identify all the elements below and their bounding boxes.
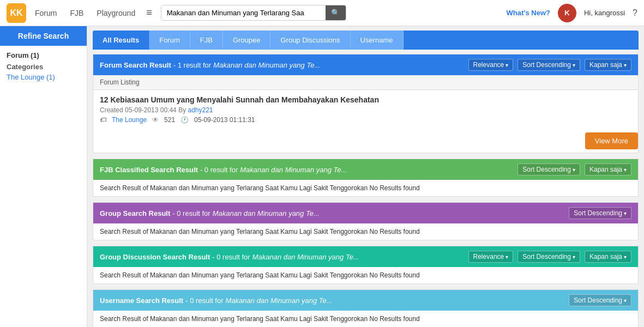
forum-result-count: - 1 result for: [173, 61, 211, 69]
created-date: 05-09-2013 00:44: [125, 106, 177, 114]
forum-sort-dropdown[interactable]: Sort Descending: [517, 59, 580, 71]
sidebar-lounge-link[interactable]: The Lounge (1): [7, 73, 55, 81]
whats-new-link[interactable]: What's New?: [507, 9, 550, 17]
forum-result-title: 12 Kebiasaan Umum yang Menyalahi Sunnah …: [100, 95, 631, 104]
views-count: 521: [164, 116, 175, 124]
forum-result-section: Forum Search Result - 1 result for Makan…: [93, 54, 639, 153]
username-no-result: Search Result of Makanan dan Minuman yan…: [93, 311, 638, 327]
logo[interactable]: KK: [7, 3, 26, 23]
tab-username[interactable]: Username: [351, 31, 404, 50]
clock-icon: 🕐: [180, 116, 189, 124]
search-input[interactable]: [161, 5, 326, 20]
username-section-controls: Sort Descending: [569, 294, 631, 306]
created-prefix: Created: [100, 106, 123, 114]
forum-section-query: Makanan dan Minuman yang Te...: [213, 61, 320, 69]
nav-fjb[interactable]: FJB: [70, 9, 83, 17]
content-area: All Results Forum FJB Groupee Group Disc…: [87, 26, 644, 327]
fjb-result-count: - 0 result for: [200, 166, 238, 174]
tag-lounge-link[interactable]: The Lounge: [112, 116, 147, 124]
group-discussion-no-result: Search Result of Makanan dan Minuman yan…: [93, 267, 638, 283]
group-section-controls: Sort Descending: [569, 207, 631, 219]
search-button[interactable]: 🔍: [326, 5, 346, 20]
forum-result-item: 12 Kebiasaan Umum yang Menyalahi Sunnah …: [93, 90, 638, 129]
fjb-section-controls: Sort Descending Kapan saja: [517, 164, 631, 175]
views-icon: 👁: [152, 116, 159, 124]
forum-section-header: Forum Search Result - 1 result for Makan…: [93, 55, 638, 75]
tab-bar: All Results Forum FJB Groupee Group Disc…: [93, 31, 639, 50]
tab-group-discussions[interactable]: Group Discussions: [270, 31, 350, 50]
sidebar-section: Forum (1) Categories The Lounge (1): [0, 46, 87, 87]
tab-groupee[interactable]: Groupee: [223, 31, 271, 50]
group-discussion-section-title: Group Discussion Search Result: [100, 253, 210, 261]
forum-listing-header: Forum Listing: [93, 75, 638, 90]
avatar[interactable]: K: [558, 4, 576, 22]
fjb-no-result: Search Result of Makanan dan Minuman yan…: [93, 180, 638, 196]
forum-section-controls: Relevance Sort Descending Kapan saja: [468, 59, 631, 71]
forum-result-meta: Created 05-09-2013 00:44 By adhy221: [100, 106, 631, 114]
result-timestamp: 05-09-2013 01:11:31: [194, 116, 255, 124]
help-icon[interactable]: ?: [633, 8, 637, 18]
group-discussion-relevance-dropdown[interactable]: Relevance: [468, 251, 514, 263]
sidebar: Refine Search Forum (1) Categories The L…: [0, 26, 87, 327]
hi-user-label: Hi, kangrossi: [584, 9, 625, 17]
hamburger-icon[interactable]: ≡: [146, 7, 152, 19]
sidebar-categories-label: Categories: [7, 63, 80, 71]
username-section-header: Username Search Result - 0 result for Ma…: [93, 290, 638, 311]
top-nav: KK Forum FJB Playground ≡ 🔍 What's New? …: [0, 0, 644, 26]
tab-forum[interactable]: Forum: [149, 31, 190, 50]
tab-fjb[interactable]: FJB: [190, 31, 223, 50]
fjb-section-query: Makanan dan Minuman yang Te...: [240, 166, 347, 174]
nav-forum[interactable]: Forum: [35, 9, 57, 17]
forum-time-dropdown[interactable]: Kapan saja: [585, 59, 631, 71]
tag-icon: 🏷: [100, 116, 106, 124]
refine-search-label: Refine Search: [0, 26, 87, 46]
group-sort-dropdown[interactable]: Sort Descending: [569, 207, 631, 219]
nav-playground[interactable]: Playground: [97, 9, 135, 17]
group-section-query: Makanan dan Minuman yang Te...: [213, 209, 320, 217]
view-more-row: View More: [93, 129, 638, 153]
group-discussion-time-dropdown[interactable]: Kapan saja: [585, 251, 631, 263]
fjb-section-header: FJB Classified Search Result - 0 result …: [93, 159, 638, 180]
group-no-result: Search Result of Makanan dan Minuman yan…: [93, 223, 638, 240]
group-result-count: - 0 result for: [172, 209, 210, 217]
group-section-header: Group Search Result - 0 result for Makan…: [93, 203, 638, 223]
group-discussion-result-section: Group Discussion Search Result - 0 resul…: [93, 246, 639, 284]
sidebar-forum-filter[interactable]: Forum (1): [7, 51, 80, 59]
fjb-result-section: FJB Classified Search Result - 0 result …: [93, 159, 639, 197]
tab-all-results[interactable]: All Results: [93, 31, 149, 50]
username-result-section: Username Search Result - 0 result for Ma…: [93, 289, 639, 327]
group-discussion-section-header: Group Discussion Search Result - 0 resul…: [93, 246, 638, 267]
view-more-button[interactable]: View More: [585, 132, 638, 149]
nav-right: What's New? K Hi, kangrossi ?: [507, 4, 637, 22]
forum-relevance-dropdown[interactable]: Relevance: [468, 59, 514, 71]
forum-result-tags: 🏷 The Lounge 👁 521 🕐 05-09-2013 01:11:31: [100, 116, 631, 124]
by-label: By: [178, 106, 186, 114]
main-layout: Refine Search Forum (1) Categories The L…: [0, 26, 644, 327]
username-result-count: - 0 result for: [185, 296, 223, 305]
username-section-title: Username Search Result: [100, 296, 183, 305]
group-result-section: Group Search Result - 0 result for Makan…: [93, 202, 639, 240]
group-section-title: Group Search Result: [100, 209, 170, 217]
group-discussion-result-count: - 0 result for: [212, 253, 250, 261]
group-discussion-section-query: Makanan dan Minuman yang Te...: [252, 253, 359, 261]
search-bar: 🔍: [161, 5, 346, 21]
fjb-section-title: FJB Classified Search Result: [100, 166, 198, 174]
group-discussion-section-controls: Relevance Sort Descending Kapan saja: [468, 251, 631, 263]
author-link[interactable]: adhy221: [188, 106, 213, 114]
fjb-sort-dropdown[interactable]: Sort Descending: [517, 164, 580, 175]
username-sort-dropdown[interactable]: Sort Descending: [569, 294, 631, 306]
fjb-time-dropdown[interactable]: Kapan saja: [585, 164, 631, 175]
group-discussion-sort-dropdown[interactable]: Sort Descending: [517, 251, 580, 263]
forum-section-title: Forum Search Result: [100, 61, 171, 69]
username-section-query: Makanan dan Minuman yang Te...: [226, 296, 333, 305]
nav-links: Forum FJB Playground: [35, 9, 135, 17]
